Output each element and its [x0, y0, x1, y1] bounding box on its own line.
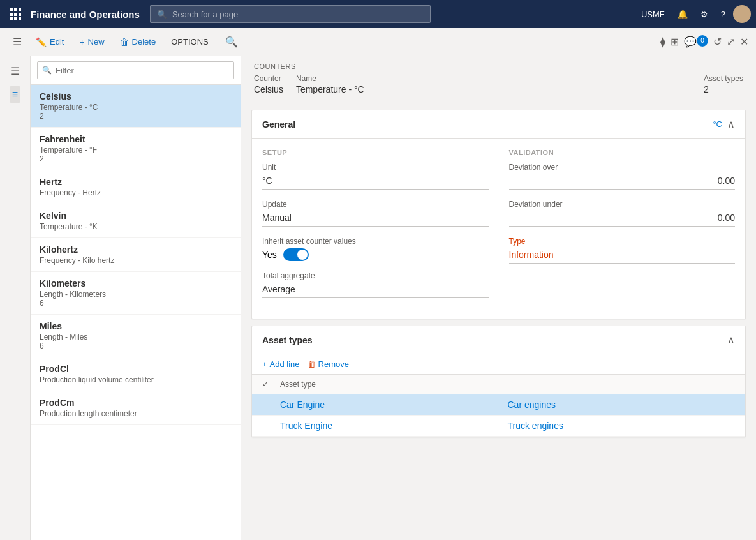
asset-rows-container: Car Engine Car engines Truck Engine Truc… — [252, 394, 745, 437]
update-value[interactable]: Manual — [262, 211, 489, 227]
list-item-sub: Production length centimeter — [40, 409, 232, 418]
remove-button[interactable]: 🗑 Remove — [308, 359, 349, 369]
type-value[interactable]: Information — [509, 248, 736, 264]
counter-col-2: Name Temperature - °C — [296, 74, 691, 94]
toggle-knob — [297, 250, 308, 260]
top-navigation: Finance and Operations 🔍 Search for a pa… — [0, 0, 756, 28]
add-line-button[interactable]: + Add line — [262, 359, 300, 369]
right-panel: COUNTERS Counter Celsius Name Temperatur… — [241, 56, 756, 540]
expand-icon[interactable]: ⤢ — [727, 36, 735, 48]
list-item[interactable]: Fahrenheit Temperature - °F 2 — [31, 128, 241, 170]
notification-badge: 0 — [697, 35, 708, 47]
options-button[interactable]: OPTIONS — [165, 33, 215, 50]
notification-icon[interactable]: 💬 — [684, 36, 697, 48]
list-item-name: Fahrenheit — [40, 134, 232, 144]
update-label: Update — [262, 200, 489, 209]
asset-table-header: ✓ Asset type — [252, 375, 745, 394]
office-icon[interactable]: ⊞ — [671, 36, 679, 48]
list-item[interactable]: Celsius Temperature - °C 2 — [31, 85, 241, 128]
total-aggregate-value[interactable]: Average — [262, 283, 489, 298]
edit-icon: ✏️ — [36, 37, 47, 47]
sidebar-nav-icon[interactable]: ≡ — [10, 86, 20, 103]
list-item[interactable]: ProdCm Production length centimeter — [31, 391, 241, 425]
avatar[interactable] — [733, 5, 751, 23]
list-item[interactable]: Kilohertz Frequency - Kilo hertz — [31, 238, 241, 272]
total-aggregate-field-group: Total aggregate Average — [262, 271, 489, 298]
unit-value[interactable]: °C — [262, 174, 489, 190]
inherit-toggle[interactable] — [283, 248, 309, 261]
edit-button[interactable]: ✏️ Edit — [29, 33, 70, 51]
counter-value-2: Temperature - °C — [296, 84, 691, 94]
asset-name-cell: Car engines — [508, 400, 736, 410]
search-placeholder: Search for a page — [172, 10, 238, 19]
hamburger-icon[interactable]: ☰ — [8, 33, 27, 50]
asset-type-cell: Car Engine — [280, 400, 508, 410]
bell-icon[interactable]: 🔔 — [672, 6, 693, 23]
asset-types-title: Asset types — [262, 335, 313, 345]
general-card-body: SETUP Unit °C Update Manual Inherit asse… — [252, 139, 745, 319]
new-button[interactable]: + New — [73, 33, 110, 51]
list-item-name: Kilohertz — [40, 244, 232, 255]
list-item-name: Hertz — [40, 177, 232, 187]
deviation-over-field-group: Deviation over 0.00 — [509, 163, 736, 190]
svg-rect-8 — [19, 17, 21, 20]
asset-actions-bar: + Add line 🗑 Remove — [252, 354, 745, 375]
svg-rect-4 — [14, 13, 17, 16]
asset-type-cell: Truck Engine — [280, 421, 508, 431]
add-line-icon: + — [262, 359, 267, 369]
list-item[interactable]: Hertz Frequency - Hertz — [31, 170, 241, 204]
sidebar-toggle-strip: ☰ ≡ — [0, 56, 31, 540]
asset-row[interactable]: Car Engine Car engines — [252, 394, 745, 416]
unit-label: Unit — [262, 163, 489, 172]
gear-icon[interactable]: ⚙ — [695, 6, 713, 23]
top-nav-right: USMF 🔔 ⚙ ? — [636, 5, 751, 23]
list-item[interactable]: ProdCl Production liquid volume centilit… — [31, 357, 241, 391]
filter-box: 🔍 — [31, 56, 241, 85]
refresh-icon[interactable]: ↺ — [713, 36, 722, 48]
toggle-label: Yes — [262, 250, 277, 260]
asset-type-col-header: Asset type — [280, 380, 508, 389]
validation-section: VALIDATION Deviation over 0.00 Deviation… — [509, 149, 736, 308]
main-layout: ☰ ≡ 🔍 Celsius Temperature - °C 2 Fahrenh… — [0, 56, 756, 540]
list-area: Celsius Temperature - °C 2 Fahrenheit Te… — [31, 85, 241, 540]
inherit-label: Inherit asset counter values — [262, 237, 489, 246]
list-item-sub: Temperature - °F — [40, 146, 232, 154]
general-collapse-icon[interactable]: ∧ — [727, 118, 735, 130]
list-item[interactable]: Kilometers Length - Kilometers 6 — [31, 272, 241, 315]
list-item-sub: Temperature - °C — [40, 103, 232, 112]
toolbar-icons: ⧫ ⊞ 💬 0 ↺ ⤢ ✕ — [660, 36, 748, 48]
general-header-right: °C ∧ — [713, 118, 735, 130]
notification-wrapper: 💬 0 — [684, 36, 708, 48]
filter-input[interactable] — [37, 61, 234, 79]
remove-icon: 🗑 — [308, 359, 316, 369]
close-icon[interactable]: ✕ — [740, 36, 748, 48]
list-item[interactable]: Kelvin Temperature - °K — [31, 204, 241, 238]
list-item[interactable]: Miles Length - Miles 6 — [31, 315, 241, 357]
list-item-num: 2 — [40, 112, 232, 121]
list-item-name: Miles — [40, 321, 232, 331]
search-bar[interactable]: 🔍 Search for a page — [150, 5, 431, 23]
svg-rect-2 — [19, 8, 21, 11]
delete-button[interactable]: 🗑 Delete — [114, 33, 163, 51]
validation-label: VALIDATION — [509, 149, 736, 156]
delete-icon: 🗑 — [120, 37, 129, 47]
list-item-sub: Frequency - Hertz — [40, 188, 232, 197]
sidebar-toggle-icon[interactable]: ☰ — [7, 61, 24, 81]
deviation-over-value[interactable]: 0.00 — [509, 174, 736, 190]
waffle-menu-icon[interactable] — [5, 4, 26, 24]
asset-types-collapse-icon[interactable]: ∧ — [727, 334, 735, 346]
svg-rect-1 — [14, 8, 17, 11]
list-item-name: Kelvin — [40, 211, 232, 221]
counters-label: COUNTERS — [254, 63, 743, 70]
list-item-sub: Length - Miles — [40, 333, 232, 341]
asset-row[interactable]: Truck Engine Truck engines — [252, 416, 745, 437]
svg-rect-5 — [19, 13, 21, 16]
counters-row: Counter Celsius Name Temperature - °C As… — [254, 74, 743, 100]
counter-col-3: Asset types 2 — [704, 74, 743, 94]
deviation-under-field-group: Deviation under 0.00 — [509, 200, 736, 227]
help-icon[interactable]: ? — [716, 6, 730, 23]
filter-icon[interactable]: ⧫ — [660, 36, 665, 48]
toolbar-search-icon[interactable]: 🔍 — [220, 33, 243, 50]
counters-header: COUNTERS Counter Celsius Name Temperatur… — [241, 56, 756, 103]
deviation-under-value[interactable]: 0.00 — [509, 211, 736, 227]
